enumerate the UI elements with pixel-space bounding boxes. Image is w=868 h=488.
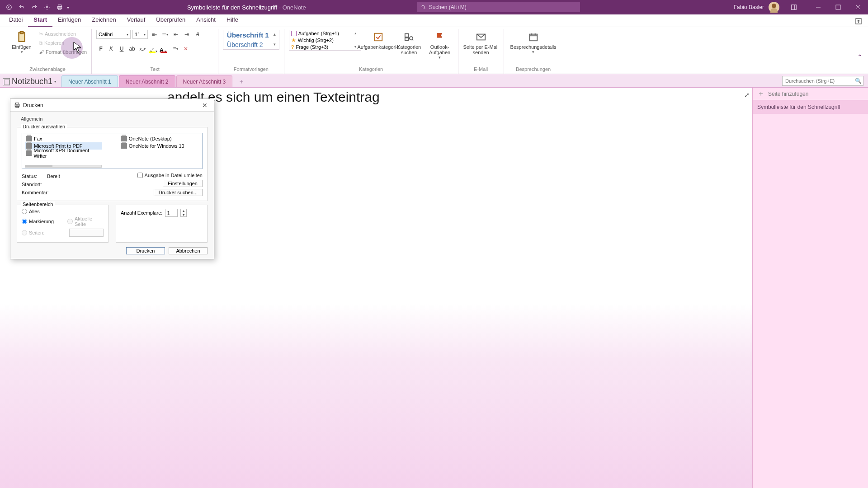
scroll-up-icon[interactable]: ▴ bbox=[272, 31, 278, 38]
tab-einfuegen[interactable]: Einfügen bbox=[52, 14, 86, 27]
copies-input[interactable] bbox=[165, 209, 178, 217]
expand-page-button[interactable]: ⤢ bbox=[744, 91, 750, 99]
notebook-search-input[interactable] bbox=[782, 76, 863, 86]
tab-ansicht[interactable]: Ansicht bbox=[191, 14, 221, 27]
qat-customize-icon[interactable]: ▾ bbox=[67, 5, 72, 10]
subscript-button[interactable]: x₂▾ bbox=[138, 44, 147, 53]
notebook-selector[interactable]: Notizbuch1 ▾ bbox=[3, 77, 56, 86]
printer-settings-button[interactable]: Einstellungen bbox=[163, 180, 203, 187]
printer-onenote-w10[interactable]: OneNote for Windows 10 bbox=[120, 142, 197, 150]
bullets-button[interactable]: ≡▾ bbox=[150, 30, 159, 39]
redo-icon[interactable] bbox=[29, 2, 40, 13]
font-name-select[interactable]: Calibri▾ bbox=[96, 30, 131, 39]
svg-point-5 bbox=[422, 5, 425, 8]
find-printer-button[interactable]: Drucker suchen... bbox=[154, 189, 203, 196]
align-button[interactable]: ≡▾ bbox=[171, 44, 180, 53]
outdent-button[interactable]: ⇤ bbox=[171, 30, 180, 39]
app-name: OneNote bbox=[283, 4, 306, 11]
envelope-icon bbox=[474, 31, 488, 43]
underline-button[interactable]: U bbox=[117, 44, 126, 53]
collapse-ribbon-button[interactable]: ⌃ bbox=[857, 53, 863, 61]
section-tab-2[interactable]: Neuer Abschnitt 2 bbox=[119, 75, 175, 87]
strike-button[interactable]: ab bbox=[127, 44, 137, 53]
dialog-titlebar[interactable]: Drucken ✕ bbox=[10, 99, 214, 112]
avatar[interactable] bbox=[769, 2, 779, 13]
cancel-button[interactable]: Abbrechen bbox=[169, 247, 208, 254]
page-list-pane: ＋ Seite hinzufügen Symbolleiste für den … bbox=[752, 88, 868, 488]
bold-button[interactable]: F bbox=[96, 44, 105, 53]
styles-gallery[interactable]: Überschrift 1▴ Überschrift 2▾ bbox=[223, 30, 279, 50]
undo-icon[interactable] bbox=[16, 2, 27, 13]
outlook-tasks-button[interactable]: Outlook-Aufgaben▾ bbox=[426, 30, 453, 60]
tab-hilfe[interactable]: Hilfe bbox=[221, 14, 244, 27]
ribbon: Einfügen ▾ ✂Ausschneiden ⧉Kopieren 🖌Form… bbox=[0, 27, 868, 74]
group-clipboard: Einfügen ▾ ✂Ausschneiden ⧉Kopieren 🖌Form… bbox=[4, 29, 92, 74]
tab-ueberpruefen[interactable]: Überprüfen bbox=[151, 14, 191, 27]
font-color-button[interactable]: A▾ bbox=[160, 44, 170, 53]
copy-button[interactable]: ⧉Kopieren bbox=[39, 39, 87, 47]
printer-icon bbox=[26, 136, 32, 141]
notebook-search[interactable]: 🔍 bbox=[782, 76, 863, 86]
tab-datei[interactable]: Datei bbox=[4, 14, 28, 27]
dialog-tab-general[interactable]: Allgemein bbox=[17, 114, 47, 123]
plus-icon: ＋ bbox=[757, 89, 764, 99]
tab-zeichnen[interactable]: Zeichnen bbox=[86, 14, 121, 27]
email-page-button[interactable]: Seite per E-Mail senden bbox=[463, 30, 499, 55]
format-painter-button[interactable]: 🖌Format übertragen bbox=[39, 48, 87, 56]
svg-point-1 bbox=[46, 6, 48, 8]
highlight-button[interactable]: ▾ bbox=[148, 44, 158, 53]
section-tab-1[interactable]: Neuer Abschnitt 1 bbox=[61, 75, 118, 87]
group-tags: Aufgaben (Strg+1)▴ ★Wichtig (Strg+2) ?Fr… bbox=[284, 29, 458, 74]
user-name[interactable]: Fabio Basler bbox=[734, 4, 764, 10]
paste-button[interactable]: Einfügen ▾ bbox=[8, 30, 35, 54]
share-button[interactable] bbox=[854, 17, 863, 25]
italic-button[interactable]: K bbox=[107, 44, 116, 53]
add-section-button[interactable]: ＋ bbox=[236, 76, 247, 87]
dialog-title: Drucken bbox=[23, 102, 43, 108]
status-label: Status: bbox=[22, 174, 47, 179]
spin-up-icon[interactable]: ▲ bbox=[181, 209, 186, 213]
font-size-select[interactable]: 11▾ bbox=[132, 30, 148, 39]
cut-button[interactable]: ✂Ausschneiden bbox=[39, 30, 87, 38]
spin-down-icon[interactable]: ▼ bbox=[181, 213, 186, 217]
page-list-item[interactable]: Symbolleiste für den Schnellzugriff bbox=[753, 100, 868, 114]
quick-access-toolbar: ▾ bbox=[0, 2, 76, 13]
section-tab-3[interactable]: Neuer Abschnitt 3 bbox=[176, 75, 233, 87]
printer-onenote-desktop[interactable]: OneNote (Desktop) bbox=[120, 135, 197, 142]
copies-spinner[interactable]: ▲▼ bbox=[180, 209, 187, 217]
indent-button[interactable]: ⇥ bbox=[182, 30, 191, 39]
tags-gallery[interactable]: Aufgaben (Strg+1)▴ ★Wichtig (Strg+2) ?Fr… bbox=[289, 30, 361, 51]
printer-list-scrollbar[interactable] bbox=[25, 165, 102, 168]
tab-verlauf[interactable]: Verlauf bbox=[122, 14, 151, 27]
delete-button[interactable]: ✕ bbox=[181, 44, 190, 53]
tag-category-button[interactable]: Aufgabenkategorie bbox=[365, 30, 392, 50]
tab-start[interactable]: Start bbox=[28, 14, 52, 27]
back-icon[interactable] bbox=[4, 2, 14, 13]
question-icon: ? bbox=[291, 44, 294, 50]
dialog-close-button[interactable]: ✕ bbox=[199, 102, 210, 109]
printer-list[interactable]: Fax OneNote (Desktop) Microsoft Print to… bbox=[22, 133, 203, 169]
print-icon[interactable] bbox=[54, 2, 65, 13]
print-button[interactable]: Drucken bbox=[126, 247, 165, 254]
clear-format-button[interactable]: A bbox=[193, 30, 202, 39]
touch-mode-icon[interactable] bbox=[42, 2, 52, 13]
close-button[interactable] bbox=[848, 0, 868, 14]
search-tags-icon bbox=[402, 31, 416, 43]
ribbon-tabs: Datei Start Einfügen Zeichnen Verlauf Üb… bbox=[0, 14, 868, 27]
add-page-button[interactable]: ＋ Seite hinzufügen bbox=[753, 88, 868, 100]
maximize-button[interactable] bbox=[828, 0, 848, 14]
printer-icon bbox=[121, 143, 127, 149]
notes-pane-icon[interactable] bbox=[784, 0, 804, 14]
meeting-details-button[interactable]: Besprechungsdetails▾ bbox=[509, 30, 558, 54]
search-box[interactable]: Suchen (Alt+M) bbox=[417, 2, 580, 12]
printer-ms-xps[interactable]: Microsoft XPS Document Writer bbox=[25, 150, 102, 157]
print-to-file-checkbox[interactable]: Ausgabe in Datei umleiten bbox=[137, 173, 203, 178]
printer-fax[interactable]: Fax bbox=[25, 135, 102, 142]
range-all-radio[interactable]: Alles bbox=[22, 209, 104, 214]
find-tags-button[interactable]: Kategorien suchen bbox=[396, 30, 423, 55]
scroll-down-icon[interactable]: ▾ bbox=[272, 41, 278, 47]
numbering-button[interactable]: ≣▾ bbox=[160, 30, 170, 39]
comment-label: Kommentar: bbox=[22, 190, 47, 195]
minimize-button[interactable] bbox=[808, 0, 828, 14]
range-selection-radio[interactable]: Markierung bbox=[22, 216, 54, 227]
